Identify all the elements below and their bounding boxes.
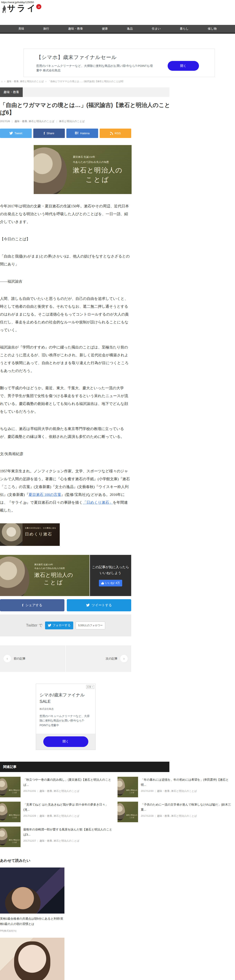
article-pager: ‹ 前の記事 次の記事 › (0, 646, 131, 672)
article-series[interactable]: 漱石と明治人のことば (59, 120, 85, 123)
article-paragraph-4: 翻って平成の今はどうか。最近、東大、千葉大、慶大といった一流の大学で、男子学生が… (0, 384, 131, 415)
matome-card-eiken[interactable]: 英検1級合格者の共通点は朝5分にあると判明!英検1級の人の朝の習慣とは PR(株… (0, 867, 64, 932)
nav-item-health[interactable]: 健康 (102, 27, 108, 30)
nav-item-home[interactable]: 住まい (152, 27, 161, 30)
related-heading: 関連記事 (0, 762, 169, 772)
rss-label: RSS (115, 132, 121, 135)
prev-article-button[interactable]: ‹ 前の記事 (0, 646, 65, 672)
like-prompt-2: いいね!しよう (100, 571, 121, 575)
breadcrumb-home-icon[interactable]: ⌂ (1, 80, 3, 83)
twitter-follow-bar: Twitter で フォローする 5,550人のフォロワー (0, 614, 131, 636)
breadcrumb-category[interactable]: 趣味・教養, 漱石と明治人のことば (7, 80, 44, 83)
taisho-ad-image (0, 938, 64, 980)
share-buttons: Tweet f Share B! Hatena RSS (0, 129, 131, 138)
facebook-share-big-button[interactable]: fシェアする (0, 599, 64, 611)
related-title: 「秋立つや一巻の書の読み残し」(夏目漱石)【漱石と明治人のことば... (23, 777, 114, 788)
related-date: 2017/12/28 (141, 815, 154, 817)
related-card[interactable]: 漱石と明治人のことば 「見果てねど はた見あきねど我が夢は 四十余年の夢多き日々… (0, 802, 118, 822)
bio-link-himekuri[interactable]: 「日めくり漱石」 (83, 500, 113, 504)
category-label[interactable]: 趣味・教養 (0, 88, 23, 97)
like-hero-line1: 夏目漱石 生誕150年 (34, 563, 73, 566)
rss-button[interactable]: RSS (100, 129, 132, 138)
article-date: 2017/1/6 (0, 120, 10, 123)
follow-button-label: フォローする (53, 624, 71, 627)
nav-item-goods[interactable]: 逸品 (127, 27, 133, 30)
site-logo[interactable]: サライ.jp (0, 4, 235, 18)
related-card[interactable]: 漱石と明治人のことば 最晩年の谷崎潤一郎が愛する風景を詠んだ歌【漱石と明治人のこ… (0, 827, 118, 847)
ad-label-text: 広告 (87, 686, 92, 688)
related-date: 2017/12/29 (23, 815, 36, 817)
ad-label[interactable]: 広告 ˅ (86, 685, 94, 689)
like-box-series-image[interactable]: 夏目漱石 生誕150年 今あらためて訪ねる先人の知恵 漱石と明治人の ことば (0, 555, 89, 596)
nav-item-living[interactable]: 暮らし (180, 27, 189, 30)
follow-prefix: Twitter で (26, 623, 43, 628)
related-thumbnail-soseki: 漱石と明治人のことば (0, 777, 21, 797)
tweet-button[interactable]: Tweet (0, 129, 32, 138)
related-thumbnail-soseki: 漱石と明治人のことば (0, 827, 21, 847)
related-card[interactable]: 漱石と明治人のことば 「年の暮れには追憶を、年の初めには希望を」(幸田露伴)【漱… (118, 777, 235, 797)
tweet-big-button[interactable]: ツイートする (67, 599, 131, 611)
mid-ad-open-button[interactable]: 開く (43, 737, 88, 747)
nav-item-travel[interactable]: 旅行 (43, 27, 49, 30)
next-article-button[interactable]: 次の記事 › (66, 646, 131, 672)
hatena-button[interactable]: B! Hatena (67, 129, 98, 138)
top-ad-open-button[interactable]: 開く (168, 61, 199, 71)
related-tags: 趣味・教養, 漱石と明治人のことば (157, 815, 197, 817)
tweet-label: Tweet (14, 132, 22, 135)
matome-grid: 英検1級合格者の共通点は朝5分にあると判明!英検1級の人の朝の習慣とは PR(株… (0, 867, 133, 980)
soseki-portrait-small (0, 557, 29, 596)
facebook-share-label: Share (46, 132, 54, 135)
hero-line2: 今あらためて訪ねる先人の知恵 (73, 160, 122, 164)
article-tags[interactable]: 趣味・教養, 漱石と明治人のことば (14, 120, 54, 123)
facebook-icon: f (22, 603, 23, 608)
breadcrumb: ⌂>趣味・教養, 漱石と明治人のことば>「自由とワガママとの境とは…」(福沢諭吉… (0, 77, 235, 83)
facebook-like-button[interactable]: いいね! 4万 (99, 580, 122, 586)
author-bio: 1957年東京生まれ。ノンフィクション作家。文学、スポーツなど様々のジャンルで人… (0, 467, 131, 514)
related-title: 「子供のために一流の文学者が進んで執筆しなければ嘘だ」(鈴木三重... (141, 802, 232, 812)
hatena-icon: B! (75, 131, 79, 135)
top-ad-banner[interactable]: 【シマホ】歳末ファイナルセール 窓用のバキュームクリーナーなど、大掃除に便利な商… (24, 49, 215, 77)
himekuri-portrait (0, 523, 22, 546)
jp-badge: .jp (36, 4, 41, 9)
matome-title: 英検1級合格者の共通点は朝5分にあると判明!英検1級の人の朝の習慣とは (0, 916, 64, 926)
related-card[interactable]: 漱石と明治人のことば 「子供のために一流の文学者が進んで執筆しなければ嘘だ」(鈴… (118, 802, 235, 822)
related-thumbnail-soseki: 漱石と明治人のことば (118, 777, 138, 797)
related-date: 2017/12/31 (23, 789, 36, 792)
like-count: 4万 (116, 581, 120, 585)
thumb-up-icon (101, 582, 104, 584)
top-ad-title: 【シマホ】歳末ファイナルセール (36, 54, 214, 61)
facebook-share-button[interactable]: f Share (33, 129, 65, 138)
article-paragraph-3: 福沢諭吉が『学問のすすめ』の中に綴った掲出のことばは、至極当たり前のことのように… (0, 344, 131, 375)
chevron-left-icon: ‹ (3, 655, 11, 662)
series-hero-banner[interactable]: 夏目漱石 生誕150年 今あらためて訪ねる先人の知恵 漱石と明治人の ことば (34, 145, 132, 194)
matome-heading: あわせて読みたい (0, 858, 235, 863)
related-date: 2017/12/30 (141, 789, 154, 792)
related-date: 2017/12/27 (23, 839, 36, 842)
tweet-big-label: ツイートする (92, 603, 112, 608)
soseki-portrait (34, 147, 67, 194)
nav-item-gourmet[interactable]: 美味 (18, 27, 24, 30)
breadcrumb-current: 「自由とワガママとの境とは…」(福沢諭吉)【漱石と明治人のことば6】 (48, 80, 125, 83)
nav-item-hobby[interactable]: 趣味・教養 (68, 27, 83, 30)
matome-card-taisho[interactable]: 25歳に見える44歳主婦は1200円の大正製薬の技術でおばさん顔を7日で卒業 P… (0, 938, 64, 980)
bio-link-book[interactable]: 夏目漱石 100の言葉 (29, 493, 61, 497)
hero-line4: ことば (73, 175, 122, 184)
eiken-ad-image (0, 867, 64, 913)
hero-line3: 漱石と明治人の (73, 166, 122, 175)
twitter-icon (48, 624, 51, 627)
mid-ad-title: シマホ/歳末ファイナルSALE (40, 692, 92, 705)
follower-count: 5,550人のフォロワー (76, 622, 105, 629)
related-card[interactable]: 漱石と明治人のことば 「秋立つや一巻の書の読み残し」(夏目漱石)【漱石と明治人の… (0, 777, 118, 797)
camel-logo-icon (1, 5, 7, 14)
rss-icon (110, 132, 113, 135)
like-panel: この記事が気に入ったらいいね!しよう いいね! 4万 (90, 555, 131, 596)
twitter-follow-button[interactable]: フォローする (45, 622, 73, 629)
himekuri-small-text: 文豪の365日を辿り、その素顔に迫る (25, 527, 58, 530)
category-strip (23, 88, 169, 97)
article-meta: 2017/1/6|趣味・教養, 漱石と明治人のことば|漱石と明治人のことば (0, 119, 235, 123)
himekuri-banner[interactable]: 文豪の365日を辿り、その素顔に迫る 日めくり漱石 (0, 523, 60, 546)
url-text: https://serai.jp/hobby/125050 (0, 0, 235, 4)
like-hero-line3: 漱石と明治人の (34, 571, 73, 579)
nav-item-events[interactable]: 催し物 (208, 27, 217, 30)
mid-ad-banner[interactable]: 広告 ˅ シマホ/歳末ファイナルSALE 株式会社島忠 窓用のバキュームクリーナ… (36, 684, 95, 750)
